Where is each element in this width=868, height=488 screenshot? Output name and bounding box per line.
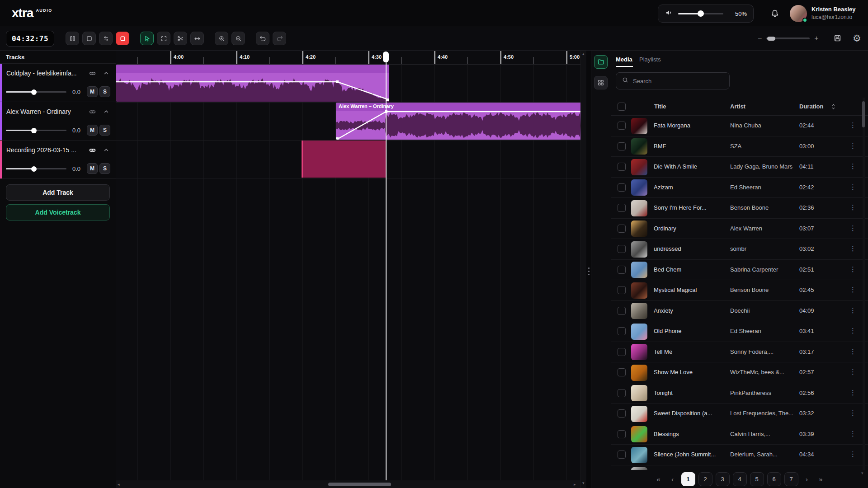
pagination-page-4[interactable]: 4	[733, 472, 747, 486]
row-checkbox[interactable]	[618, 348, 626, 356]
media-row-7[interactable]: Bed ChemSabrina Carpenter02:51	[611, 260, 868, 281]
media-row-4[interactable]: Sorry I'm Here For...Benson Boone02:36	[611, 198, 868, 219]
row-checkbox[interactable]	[618, 204, 626, 212]
row-menu-icon[interactable]	[849, 368, 856, 376]
solo-button[interactable]: S	[99, 163, 110, 174]
media-row-5[interactable]: OrdinaryAlex Warren03:07	[611, 219, 868, 239]
pagination-next[interactable]: ›	[802, 472, 812, 486]
cut-button[interactable]	[174, 32, 187, 45]
row-checkbox[interactable]	[618, 430, 626, 438]
row-menu-icon[interactable]	[849, 347, 856, 356]
pagination-page-7[interactable]: 7	[784, 472, 798, 486]
add-track-button[interactable]: Add Track	[6, 184, 110, 201]
row-checkbox[interactable]	[618, 266, 626, 274]
row-menu-icon[interactable]	[849, 327, 856, 335]
row-checkbox[interactable]	[618, 245, 626, 253]
slider-thumb[interactable]	[31, 89, 37, 95]
row-checkbox[interactable]	[618, 163, 626, 171]
panel-resize-handle[interactable]	[586, 51, 591, 488]
track-volume-slider[interactable]	[6, 130, 66, 131]
user-avatar[interactable]	[790, 5, 807, 22]
media-row-17[interactable]: HypnotizedAnyma, Ellie Goulding03:00	[611, 465, 868, 470]
row-menu-icon[interactable]	[849, 430, 856, 438]
row-menu-icon[interactable]	[849, 265, 856, 273]
pagination-first[interactable]: «	[653, 472, 664, 486]
media-row-11[interactable]: Tell MeSonny Fodera,...03:17	[611, 342, 868, 363]
scroll-down-icon[interactable]: ▾	[582, 481, 585, 485]
solo-button[interactable]: S	[99, 125, 110, 136]
row-menu-icon[interactable]	[849, 389, 856, 397]
search-input[interactable]	[633, 78, 719, 84]
row-checkbox[interactable]	[618, 450, 626, 459]
link-icon[interactable]	[88, 146, 97, 156]
table-scrollbar-thumb[interactable]	[862, 101, 865, 127]
row-menu-icon[interactable]	[849, 121, 856, 129]
row-menu-icon[interactable]	[849, 162, 856, 170]
solo-button[interactable]: S	[99, 86, 110, 97]
mute-button[interactable]: M	[87, 86, 98, 97]
column-title[interactable]: Title	[654, 103, 666, 110]
pagination-page-1[interactable]: 1	[681, 472, 695, 486]
track-volume-slider[interactable]	[6, 91, 66, 93]
fade-out-line[interactable]	[116, 65, 389, 102]
media-row-1[interactable]: BMFSZA03:00	[611, 136, 868, 157]
row-checkbox[interactable]	[618, 368, 626, 376]
zoom-slider-thumb[interactable]	[767, 37, 775, 41]
marquee-button[interactable]	[157, 32, 170, 45]
chevron-up-icon[interactable]	[102, 69, 110, 79]
notifications-bell-icon[interactable]	[770, 8, 780, 21]
row-menu-icon[interactable]	[849, 286, 856, 294]
row-menu-icon[interactable]	[849, 224, 856, 232]
sort-icon[interactable]	[831, 103, 836, 113]
timeline-vertical-scrollbar[interactable]: ▴ ▾	[580, 51, 586, 488]
row-menu-icon[interactable]	[849, 183, 856, 191]
row-menu-icon[interactable]	[849, 142, 856, 150]
row-checkbox[interactable]	[618, 122, 626, 130]
record-button[interactable]	[116, 32, 129, 45]
timeline-viewport[interactable]: 4:004:104:204:304:404:505:00 Alex Warren…	[116, 51, 580, 488]
mute-button[interactable]: M	[87, 125, 98, 136]
row-checkbox[interactable]	[618, 389, 626, 397]
library-folder-button[interactable]	[594, 55, 608, 69]
media-search-box[interactable]	[616, 72, 730, 89]
timeline-horizontal-scrollbar[interactable]: ◂ ▸	[116, 480, 580, 488]
media-row-2[interactable]: Die With A SmileLady Gaga, Bruno Mars04:…	[611, 157, 868, 178]
media-row-6[interactable]: undressedsombr03:02	[611, 239, 868, 260]
zoom-minus-button[interactable]: −	[758, 34, 762, 42]
tab-playlists[interactable]: Playlists	[639, 56, 661, 63]
slider-thumb[interactable]	[31, 166, 37, 172]
media-row-12[interactable]: Show Me LoveWizTheMc, bees &...02:57	[611, 362, 868, 383]
media-row-15[interactable]: BlessingsCalvin Harris,...03:39	[611, 424, 868, 445]
row-checkbox[interactable]	[618, 183, 626, 192]
media-row-10[interactable]: Old PhoneEd Sheeran03:41	[611, 321, 868, 342]
row-menu-icon[interactable]	[849, 450, 856, 458]
media-row-0[interactable]: Fata MorganaNina Chuba02:44	[611, 116, 868, 136]
column-duration[interactable]: Duration	[799, 103, 823, 110]
settings-gear-icon[interactable]: ⚙	[853, 33, 861, 44]
pagination-prev[interactable]: ‹	[667, 472, 678, 486]
cursor-button[interactable]	[140, 32, 154, 45]
scroll-left-icon[interactable]: ◂	[118, 482, 120, 487]
zoom-out-button[interactable]	[231, 32, 245, 45]
row-menu-icon[interactable]	[849, 306, 856, 314]
stretch-button[interactable]	[190, 32, 204, 45]
column-artist[interactable]: Artist	[730, 103, 745, 110]
library-grid-view-button[interactable]	[594, 76, 608, 89]
row-checkbox[interactable]	[618, 409, 626, 418]
zoom-plus-button[interactable]: +	[814, 34, 818, 42]
clip-coldplay[interactable]	[116, 65, 389, 102]
volume-slider[interactable]	[678, 13, 723, 14]
row-menu-icon[interactable]	[849, 244, 856, 253]
pagination-last[interactable]: »	[816, 472, 826, 486]
table-scroll-down-icon[interactable]: ▾	[861, 471, 863, 475]
row-checkbox[interactable]	[618, 307, 626, 315]
slider-thumb[interactable]	[31, 128, 37, 133]
media-row-16[interactable]: Silence (John Summit...Delerium, Sarah..…	[611, 445, 868, 465]
zoom-in-button[interactable]	[215, 32, 228, 45]
loop-button[interactable]	[99, 32, 113, 45]
pagination-page-2[interactable]: 2	[698, 472, 712, 486]
chevron-up-icon[interactable]	[102, 146, 110, 156]
pause-button[interactable]	[66, 32, 79, 45]
media-row-14[interactable]: Sweet Disposition (a...Lost Frequencies,…	[611, 404, 868, 424]
undo-button[interactable]	[256, 32, 269, 45]
